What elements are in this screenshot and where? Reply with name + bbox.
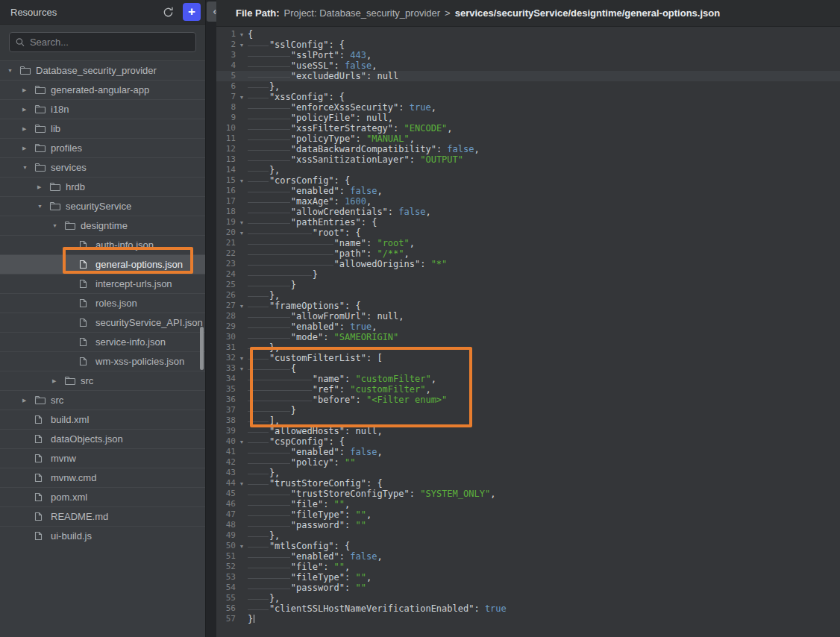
- fold-toggle-icon[interactable]: ▼: [236, 301, 248, 311]
- chevron-right-icon[interactable]: ▶: [36, 184, 49, 190]
- fold-toggle-icon[interactable]: ▼: [236, 353, 248, 363]
- code-line-12[interactable]: 12"dataBackwardCompatibility": false,: [216, 144, 840, 154]
- code-line-43[interactable]: 43},: [216, 468, 840, 478]
- tree-item-i18n[interactable]: ▶i18n: [0, 99, 205, 119]
- tree-item-lib[interactable]: ▶lib: [0, 119, 205, 138]
- code-line-36[interactable]: 36"before": "<Filter enum>": [216, 395, 840, 405]
- code-line-50[interactable]: 50▼"mtlsConfig": {: [216, 541, 840, 551]
- code-line-55[interactable]: 55},: [216, 593, 840, 603]
- code-line-57[interactable]: 57}: [216, 614, 840, 624]
- code-line-54[interactable]: 54"password": "": [216, 583, 840, 593]
- code-line-4[interactable]: 4"useSSL": false,: [216, 60, 840, 71]
- code-line-10[interactable]: 10"xssFilterStrategy": "ENCODE",: [216, 123, 840, 134]
- chevron-down-icon[interactable]: ▼: [21, 165, 34, 170]
- chevron-right-icon[interactable]: ▶: [21, 87, 34, 93]
- code-line-41[interactable]: 41"enabled": false,: [216, 447, 840, 457]
- code-line-6[interactable]: 6},: [216, 81, 840, 92]
- code-line-13[interactable]: 13"xssSanitizationLayer": "OUTPUT": [216, 154, 840, 165]
- chevron-down-icon[interactable]: ▼: [51, 223, 64, 228]
- tree-item-profiles[interactable]: ▶profiles: [0, 138, 205, 157]
- code-line-31[interactable]: 31},: [216, 342, 840, 353]
- tree-item-src[interactable]: ▶src: [0, 371, 205, 390]
- code-line-27[interactable]: 27▼"frameOptions": {: [216, 301, 840, 311]
- tree-item-intercept-urls-json[interactable]: intercept-urls.json: [0, 274, 205, 293]
- code-line-33[interactable]: 33▼{: [216, 363, 840, 374]
- code-line-2[interactable]: 2▼"sslConfig": {: [216, 40, 840, 50]
- code-line-47[interactable]: 47"fileType": "",: [216, 509, 840, 520]
- code-line-40[interactable]: 40▼"cspConfig": {: [216, 436, 840, 447]
- chevron-right-icon[interactable]: ▶: [21, 398, 34, 404]
- fold-toggle-icon[interactable]: ▼: [236, 175, 248, 186]
- code-line-49[interactable]: 49},: [216, 530, 840, 541]
- tree-item-auth-info-json[interactable]: auth-info.json: [0, 235, 205, 254]
- refresh-button[interactable]: [159, 3, 177, 21]
- fold-toggle-icon[interactable]: ▼: [236, 92, 248, 102]
- code-line-18[interactable]: 18"allowCredentials": false,: [216, 207, 840, 217]
- code-line-19[interactable]: 19▼"pathEntries": {: [216, 217, 840, 228]
- tree-item-wm-xss-policies-json[interactable]: wm-xss-policies.json: [0, 351, 205, 371]
- fold-toggle-icon[interactable]: ▼: [236, 436, 248, 447]
- code-line-23[interactable]: 23"allowedOrigins": "*": [216, 259, 840, 269]
- tree-item-pom-xml[interactable]: pom.xml: [0, 487, 205, 506]
- tree-item-hrdb[interactable]: ▶hrdb: [0, 177, 205, 196]
- tree-item-general-options-json[interactable]: general-options.json: [0, 254, 205, 274]
- code-line-32[interactable]: 32▼"customFilterList": [: [216, 353, 840, 363]
- code-line-28[interactable]: 28"allowFromUrl": null,: [216, 311, 840, 321]
- tree-item-readme-md[interactable]: README.md: [0, 506, 205, 526]
- tree-item-securityservice[interactable]: ▼securityService: [0, 196, 205, 216]
- code-line-37[interactable]: 37}: [216, 405, 840, 415]
- code-line-25[interactable]: 25}: [216, 280, 840, 290]
- tree-item-database-security-provider[interactable]: ▼Database_security_provider: [0, 60, 205, 80]
- search-box[interactable]: [9, 32, 196, 52]
- code-line-5[interactable]: 5"excludedUrls": null: [216, 71, 840, 81]
- chevron-right-icon[interactable]: ▶: [21, 145, 34, 151]
- chevron-right-icon[interactable]: ▶: [21, 126, 34, 132]
- code-line-17[interactable]: 17"maxAge": 1600,: [216, 196, 840, 207]
- fold-toggle-icon[interactable]: ▼: [236, 363, 248, 374]
- code-line-56[interactable]: 56"clientSSLHostNameVerificationEnabled"…: [216, 603, 840, 614]
- code-line-45[interactable]: 45"trustStoreConfigType": "SYSTEM_ONLY",: [216, 489, 840, 499]
- code-line-26[interactable]: 26},: [216, 290, 840, 301]
- code-line-7[interactable]: 7▼"xssConfig": {: [216, 92, 840, 102]
- fold-toggle-icon[interactable]: ▼: [236, 541, 248, 551]
- code-line-42[interactable]: 42"policy": "": [216, 457, 840, 468]
- code-line-24[interactable]: 24}: [216, 269, 840, 280]
- code-line-29[interactable]: 29"enabled": true,: [216, 321, 840, 332]
- tree-item-generated-angular-app[interactable]: ▶generated-angular-app: [0, 80, 205, 99]
- code-line-16[interactable]: 16"enabled": false,: [216, 186, 840, 196]
- code-line-11[interactable]: 11"policyType": "MANUAL",: [216, 134, 840, 144]
- code-line-21[interactable]: 21"name": "root",: [216, 238, 840, 248]
- tree-item-ui-build-js[interactable]: ui-build.js: [0, 526, 205, 545]
- code-line-20[interactable]: 20▼"root": {: [216, 228, 840, 238]
- code-line-34[interactable]: 34"name": "customFilter",: [216, 374, 840, 384]
- add-resource-button[interactable]: +: [183, 3, 201, 21]
- code-line-51[interactable]: 51"enabled": false,: [216, 551, 840, 562]
- chevron-right-icon[interactable]: ▶: [21, 107, 34, 113]
- code-line-8[interactable]: 8"enforceXssSecurity": true,: [216, 102, 840, 113]
- fold-toggle-icon[interactable]: ▼: [236, 217, 248, 228]
- code-line-3[interactable]: 3"sslPort": 443,: [216, 50, 840, 60]
- code-line-38[interactable]: 38],: [216, 415, 840, 426]
- tree-item-securityservice-api-json[interactable]: securityService_API.json: [0, 313, 205, 332]
- tree-item-services[interactable]: ▼services: [0, 157, 205, 177]
- sidebar-scrollbar-thumb[interactable]: [200, 327, 204, 370]
- fold-toggle-icon[interactable]: ▼: [236, 478, 248, 489]
- tree-item-dataobjects-json[interactable]: dataObjects.json: [0, 429, 205, 448]
- tree-item-build-xml[interactable]: build.xml: [0, 410, 205, 429]
- code-line-1[interactable]: 1▼{: [216, 29, 840, 40]
- code-line-35[interactable]: 35"ref": "customFilter",: [216, 384, 840, 395]
- code-area[interactable]: 1▼{2▼"sslConfig": {3"sslPort": 443,4"use…: [216, 27, 840, 624]
- code-line-46[interactable]: 46"file": "",: [216, 499, 840, 509]
- tree-item-mvnw[interactable]: mvnw: [0, 448, 205, 468]
- code-line-48[interactable]: 48"password": "": [216, 520, 840, 530]
- fold-toggle-icon[interactable]: ▼: [236, 40, 248, 50]
- code-line-15[interactable]: 15▼"corsConfig": {: [216, 175, 840, 186]
- code-line-9[interactable]: 9"policyFile": null,: [216, 113, 840, 123]
- tree-item-mvnw-cmd[interactable]: mvnw.cmd: [0, 468, 205, 487]
- tree-item-service-info-json[interactable]: service-info.json: [0, 332, 205, 351]
- code-line-30[interactable]: 30"mode": "SAMEORIGIN": [216, 332, 840, 342]
- code-line-44[interactable]: 44▼"trustStoreConfig": {: [216, 478, 840, 489]
- tree-item-designtime[interactable]: ▼designtime: [0, 216, 205, 235]
- code-line-53[interactable]: 53"fileType": "",: [216, 572, 840, 583]
- chevron-down-icon[interactable]: ▼: [6, 68, 19, 73]
